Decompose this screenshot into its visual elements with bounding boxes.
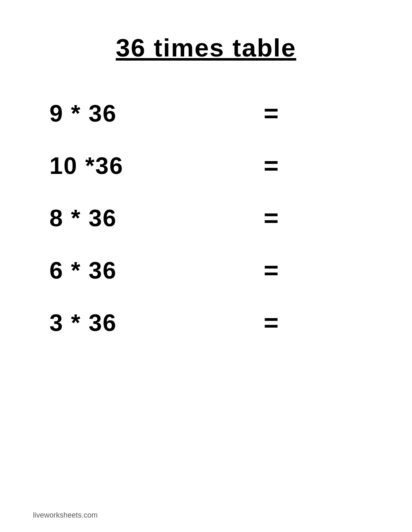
equation-left-1: 9 * 36 (49, 99, 190, 127)
equation-row-5: 3 * 36 = (49, 296, 379, 349)
equation-row-4: 6 * 36 = (49, 244, 379, 296)
equation-row-3: 8 * 36 = (49, 192, 379, 244)
equation-left-2: 10 *36 (49, 152, 190, 179)
page-title: 36 times table (33, 33, 379, 62)
equation-left-3: 8 * 36 (49, 204, 190, 232)
equation-left-4: 6 * 36 (49, 256, 190, 284)
footer-text: liveworksheets.com (33, 511, 98, 520)
equals-sign-2: = (264, 151, 279, 180)
equation-row-1: 9 * 36 = (49, 87, 379, 139)
equals-sign-1: = (264, 98, 279, 128)
page: 36 times table 9 * 36 = 10 *36 = 8 * 36 … (0, 0, 412, 532)
equals-sign-3: = (264, 203, 279, 232)
equation-row-2: 10 *36 = (49, 139, 379, 192)
equals-sign-4: = (264, 255, 279, 285)
equals-sign-5: = (264, 308, 279, 337)
equation-left-5: 3 * 36 (49, 309, 190, 336)
equations-container: 9 * 36 = 10 *36 = 8 * 36 = 6 * 36 = 3 * … (33, 87, 379, 349)
